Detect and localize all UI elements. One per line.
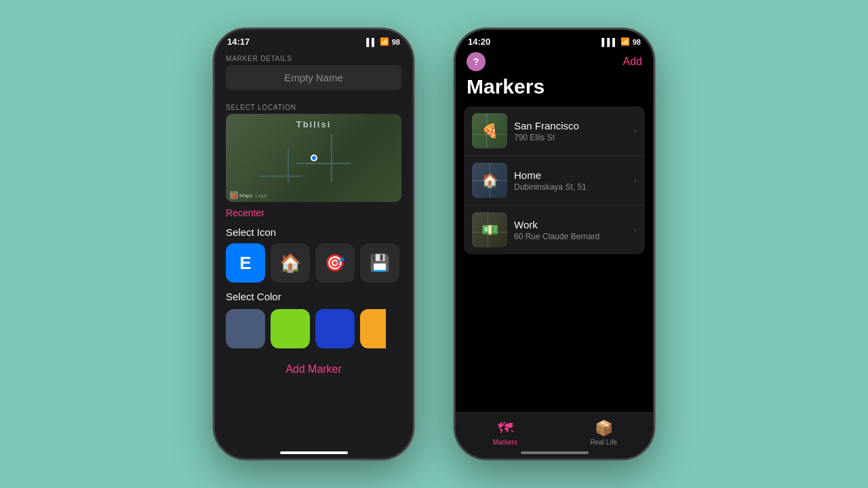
marker-info-work: Work 60 Rue Claude Bernard (514, 219, 627, 241)
marker-addr-sf: 790 Ellis St (514, 133, 627, 142)
letter-e-icon: E (239, 253, 251, 274)
icon-item-house[interactable]: 🏠 (271, 243, 310, 283)
target-icon: 🎯 (325, 253, 345, 272)
home-indicator-right (521, 451, 589, 454)
wifi-icon-right: 📶 (620, 37, 630, 46)
marker-thumb-sf: 🍕 (472, 113, 507, 148)
status-bar-right: 14:20 ▌▌▌ 📶 98 (456, 30, 653, 49)
marker-name-work: Work (514, 219, 627, 230)
home-indicator-left (280, 451, 348, 454)
color-grid (215, 309, 412, 357)
help-button[interactable]: ? (467, 52, 486, 71)
select-icon-label: Select Icon (215, 224, 412, 243)
name-input[interactable]: Empty Name (226, 65, 401, 90)
marker-thumb-work: 💵 (472, 212, 507, 247)
marker-thumb-home: 🏠 (472, 163, 507, 198)
right-phone: 14:20 ▌▌▌ 📶 98 ? Add Markers (454, 28, 654, 460)
left-phone: 14:17 ▌▌ 📶 98 MARKER DETAILS Empty Name … (214, 28, 414, 460)
status-icons-right: ▌▌▌ 📶 98 (601, 37, 641, 46)
save-icon: 💾 (370, 253, 390, 272)
pizza-icon: 🍕 (481, 123, 498, 139)
marker-name-home: Home (514, 169, 627, 181)
markers-header: ? Add (456, 49, 653, 75)
markers-tab-icon: 🗺 (498, 420, 513, 437)
color-green[interactable] (271, 309, 310, 348)
icon-item-save[interactable]: 💾 (360, 243, 399, 283)
map-pin (311, 155, 317, 161)
signal-icon-right: ▌▌▌ (601, 38, 617, 46)
map-city-text: Tbilisi (296, 119, 332, 129)
markers-title: Markers (456, 75, 653, 106)
add-button[interactable]: Add (623, 56, 642, 68)
color-blue[interactable] (315, 309, 355, 348)
tab-real-life[interactable]: 📦 Real Life (555, 413, 654, 453)
marker-name-sf: San Francisco (514, 120, 627, 131)
real-life-tab-icon: 📦 (595, 420, 613, 437)
wifi-icon: 📶 (380, 37, 389, 46)
battery-left: 98 (392, 38, 400, 46)
work-thumb-icon: 💵 (481, 222, 498, 238)
status-icons-left: ▌▌ 📶 98 (366, 37, 400, 46)
status-bar-left: 14:17 ▌▌ 📶 98 (215, 30, 412, 49)
icon-item-e[interactable]: E (226, 243, 265, 283)
marker-item-home[interactable]: 🏠 Home Dubininskaya St, 51 › (464, 156, 645, 205)
marker-details-label: MARKER DETAILS (215, 49, 412, 65)
marker-info-home: Home Dubininskaya St, 51 (514, 169, 627, 192)
markers-tab-label: Markers (493, 439, 517, 446)
house-icon: 🏠 (279, 253, 301, 274)
marker-addr-work: 60 Rue Claude Bernard (514, 232, 627, 241)
time-left: 14:17 (227, 37, 250, 47)
icon-grid: E 🏠 🎯 💾 (215, 243, 412, 288)
marker-info-sf: San Francisco 790 Ellis St (514, 120, 627, 142)
maps-logo: 🍎 Maps Legal (230, 191, 267, 199)
color-blue-gray[interactable] (226, 309, 265, 348)
chevron-sf: › (633, 125, 637, 136)
recenter-button[interactable]: Recenter (215, 202, 412, 224)
home-thumb-icon: 🏠 (481, 172, 498, 188)
signal-icon: ▌▌ (366, 38, 377, 46)
select-location-label: SELECT LOCATION (215, 98, 412, 114)
chevron-home: › (633, 175, 637, 186)
color-orange[interactable] (360, 309, 386, 348)
select-color-label: Select Color (215, 288, 412, 309)
battery-right: 98 (633, 38, 641, 46)
marker-addr-home: Dubininskaya St, 51 (514, 182, 627, 192)
real-life-tab-label: Real Life (591, 439, 617, 446)
marker-list: 🍕 San Francisco 790 Ellis St › 🏠 (464, 106, 645, 254)
icon-item-target[interactable]: 🎯 (315, 243, 355, 283)
marker-item-work[interactable]: 💵 Work 60 Rue Claude Bernard › (464, 205, 645, 254)
time-right: 14:20 (468, 37, 490, 47)
add-marker-button[interactable]: Add Marker (215, 357, 412, 382)
map-container: Tbilisi 🍎 Maps Legal (226, 114, 401, 202)
tab-markers[interactable]: 🗺 Markers (456, 413, 555, 453)
chevron-work: › (633, 224, 637, 235)
marker-item-san-francisco[interactable]: 🍕 San Francisco 790 Ellis St › (464, 106, 645, 156)
